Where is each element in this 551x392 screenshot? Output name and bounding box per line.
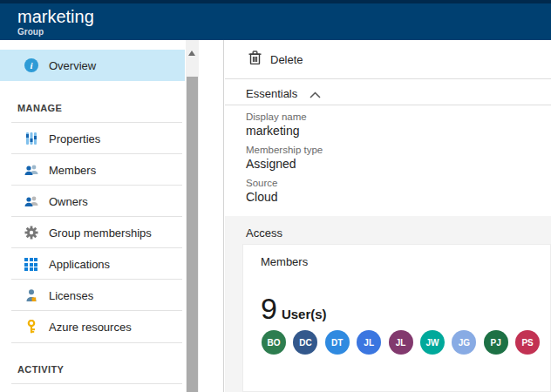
gear-icon xyxy=(24,226,38,240)
sidebar-item-label: Properties xyxy=(49,132,100,145)
key-icon xyxy=(24,320,38,334)
avatar[interactable]: DT xyxy=(325,330,350,355)
sidebar-item-label: Azure resources xyxy=(49,321,132,334)
toolbar: Delete xyxy=(225,40,551,78)
delete-icon xyxy=(248,51,262,68)
avatar[interactable]: JW xyxy=(420,330,445,355)
page-subtitle: Group xyxy=(17,27,44,37)
sidebar-item-licenses[interactable]: Licenses xyxy=(0,280,185,311)
sidebar: i Overview MANAGE Properties xyxy=(0,40,185,392)
sidebar-item-label: Group memberships xyxy=(49,226,152,240)
divider xyxy=(11,383,182,384)
divider xyxy=(11,342,182,343)
access-section: Access Members 9 User(s) BO DC DT JL JL … xyxy=(225,216,551,392)
members-card-title: Members xyxy=(261,255,308,268)
field-label: Membership type xyxy=(246,145,323,155)
divider xyxy=(225,78,551,79)
people-icon xyxy=(24,163,38,177)
essentials-header[interactable]: Essentials xyxy=(246,86,321,101)
azure-group-blade: marketing Group i Overview MANAGE Proper… xyxy=(0,0,551,392)
member-avatars: BO DC DT JL JL JW JG PJ PS xyxy=(262,330,548,355)
avatar[interactable]: JL xyxy=(389,330,413,355)
sidebar-item-label: Members xyxy=(49,164,96,177)
avatar[interactable]: BO xyxy=(262,330,286,355)
member-count: 9 User(s) xyxy=(261,294,327,323)
sidebar-item-label: Applications xyxy=(49,258,110,271)
sidebar-section-manage: MANAGE xyxy=(17,103,62,113)
members-card[interactable]: Members 9 User(s) BO DC DT JL JL JW JG P… xyxy=(242,244,551,392)
grid-icon xyxy=(24,257,38,271)
scrollbar-up-arrow-icon[interactable] xyxy=(188,51,195,56)
people-icon xyxy=(24,194,38,208)
sidebar-item-azure-resources[interactable]: Azure resources xyxy=(0,311,185,342)
page-title: marketing xyxy=(17,7,94,27)
sidebar-section-activity: ACTIVITY xyxy=(17,364,64,375)
sidebar-item-group-memberships[interactable]: Group memberships xyxy=(0,217,185,248)
field-value: marketing xyxy=(246,124,299,138)
field-value: Assigned xyxy=(246,157,296,171)
sidebar-item-label: Owners xyxy=(49,195,88,208)
member-count-label: User(s) xyxy=(282,307,327,321)
blade-header: marketing Group xyxy=(0,0,551,40)
chevron-up-icon xyxy=(310,88,321,101)
avatar[interactable]: PJ xyxy=(484,330,508,355)
license-person-icon xyxy=(24,288,38,302)
essentials-title: Essentials xyxy=(246,87,297,100)
divider xyxy=(225,105,551,105)
main-panel: Delete Essentials Display name marketing… xyxy=(225,40,551,392)
sidebar-scrollbar[interactable] xyxy=(186,40,199,392)
sidebar-item-applications[interactable]: Applications xyxy=(0,248,185,280)
access-title: Access xyxy=(246,226,282,240)
field-label: Source xyxy=(246,178,277,188)
sliders-icon xyxy=(24,132,38,145)
sidebar-item-owners[interactable]: Owners xyxy=(0,186,185,217)
sidebar-item-members[interactable]: Members xyxy=(0,154,185,186)
field-label: Display name xyxy=(246,112,307,122)
avatar[interactable]: PS xyxy=(515,330,540,355)
avatar[interactable]: DC xyxy=(293,330,317,355)
avatar[interactable]: JG xyxy=(452,330,476,355)
avatar[interactable]: JL xyxy=(357,330,381,355)
sidebar-item-properties[interactable]: Properties xyxy=(0,123,185,154)
scrollbar-thumb[interactable] xyxy=(187,77,198,392)
sidebar-item-overview[interactable]: i Overview xyxy=(0,50,185,81)
member-count-number: 9 xyxy=(261,294,277,323)
info-icon: i xyxy=(24,58,38,72)
sidebar-item-label: Licenses xyxy=(49,289,93,302)
blade-divider xyxy=(223,40,224,392)
sidebar-item-label: Overview xyxy=(49,59,96,72)
delete-button[interactable]: Delete xyxy=(270,53,303,66)
field-value: Cloud xyxy=(246,190,278,204)
